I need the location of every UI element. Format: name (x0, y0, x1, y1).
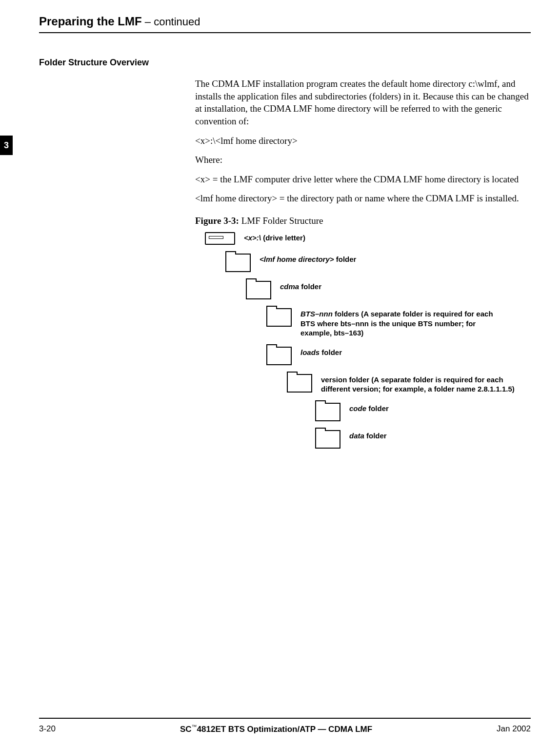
folder-icon (287, 374, 312, 393)
page-footer: 3-20 SC™4812ET BTS Optimization/ATP — CD… (39, 718, 531, 734)
figure-caption-bold: Figure 3-3: (195, 216, 239, 226)
bts-row: BTS–nnn folders (A separate folder is re… (266, 308, 531, 338)
chapter-tab: 3 (0, 136, 13, 155)
folder-icon (266, 347, 292, 365)
footer-center-prefix: SC (180, 725, 192, 734)
cdma-rest: folder (299, 282, 321, 291)
drive-icon (205, 232, 235, 245)
drive-label-italic: <x>:\ (244, 234, 263, 242)
version-rest: version folder (A separate folder is req… (321, 375, 515, 393)
body-text: The CDMA LMF installation program create… (195, 78, 531, 205)
cdma-italic: cdma (280, 282, 299, 291)
cdma-label: cdma folder (280, 281, 321, 292)
loads-rest: folder (320, 348, 342, 356)
lmf-home-rest: folder (334, 255, 357, 263)
code-italic: code (349, 404, 366, 413)
loads-label: loads folder (300, 347, 342, 357)
folder-icon (266, 308, 292, 327)
footer-center-suffix: 4812ET BTS Optimization/ATP — CDMA LMF (197, 725, 373, 734)
footer-date: Jan 2002 (497, 724, 531, 734)
folder-icon (315, 430, 340, 449)
code-rest: folder (366, 404, 389, 413)
folder-icon (246, 281, 271, 299)
paragraph-5: <lmf home directory> = the directory pat… (195, 192, 531, 205)
loads-italic: loads (300, 348, 320, 356)
footer-page-number: 3-20 (39, 724, 56, 734)
paragraph-2: <x>:\<lmf home directory> (195, 135, 531, 147)
bts-italic: BTS–nnn (300, 310, 333, 318)
data-rest: folder (364, 432, 387, 440)
header-title-text: Preparing the LMF (39, 15, 142, 28)
header-continued: – continued (142, 16, 200, 28)
data-label: data folder (349, 430, 387, 441)
folder-icon (315, 403, 340, 421)
folder-structure-diagram: <x>:\ (drive letter) <lmf home directory… (205, 232, 531, 449)
drive-label: <x>:\ (drive letter) (244, 232, 305, 243)
lmf-home-italic: <lmf home directory> (260, 255, 334, 263)
paragraph-3: Where: (195, 154, 531, 166)
lmf-home-label: <lmf home directory> folder (260, 254, 356, 264)
drive-label-rest: (drive letter) (263, 234, 305, 242)
version-row: version folder (A separate folder is req… (287, 374, 531, 394)
folder-icon (225, 254, 251, 272)
footer-center: SC™4812ET BTS Optimization/ATP — CDMA LM… (56, 724, 497, 734)
code-label: code folder (349, 403, 389, 413)
figure-caption-rest: LMF Folder Structure (239, 216, 323, 226)
trademark-icon: ™ (192, 724, 197, 729)
paragraph-4: <x> = the LMF computer drive letter wher… (195, 173, 531, 186)
section-title: Folder Structure Overview (39, 58, 531, 68)
drive-row: <x>:\ (drive letter) (205, 232, 531, 245)
loads-row: loads folder (266, 347, 531, 365)
paragraph-1: The CDMA LMF installation program create… (195, 78, 531, 128)
data-row: data folder (315, 430, 531, 449)
data-italic: data (349, 432, 364, 440)
figure-caption: Figure 3-3: LMF Folder Structure (195, 216, 531, 226)
version-label: version folder (A separate folder is req… (321, 374, 526, 394)
bts-label: BTS–nnn folders (A separate folder is re… (300, 308, 505, 338)
code-row: code folder (315, 403, 531, 421)
lmf-home-row: <lmf home directory> folder (225, 254, 531, 272)
page-header: Preparing the LMF – continued (39, 15, 531, 33)
cdma-row: cdma folder (246, 281, 531, 299)
